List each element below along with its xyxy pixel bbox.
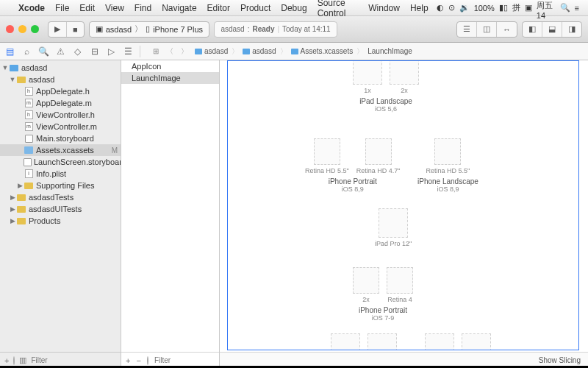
image-slot[interactable]: 2x — [368, 333, 397, 350]
disclosure-triangle-icon[interactable]: ▶ — [9, 194, 16, 201]
ime-indicator[interactable]: 拼 — [512, 2, 520, 13]
tree-file[interactable]: Assets.xcassetsM — [0, 144, 121, 156]
toggle-navigator-button[interactable]: ◧ — [523, 22, 542, 37]
remove-asset-button[interactable]: − — [136, 356, 140, 365]
related-items-button[interactable]: ⊞ — [149, 47, 162, 55]
tree-subgroup[interactable]: ▶ asdasdTests — [0, 191, 121, 203]
image-slot[interactable] — [379, 208, 408, 240]
navigator-filter-input[interactable] — [31, 356, 124, 364]
image-well[interactable] — [434, 138, 461, 165]
image-well[interactable] — [368, 333, 397, 350]
menu-edit[interactable]: Edit — [74, 3, 100, 13]
wifi-icon[interactable]: ⊙ — [448, 3, 455, 13]
menu-source-control[interactable]: Source Control — [312, 0, 364, 18]
tree-file[interactable]: hViewController.h — [0, 109, 121, 121]
toggle-debug-area-button[interactable]: ⬓ — [542, 22, 562, 37]
add-asset-button[interactable]: + — [126, 356, 130, 365]
fast-user-icon[interactable]: ◐ — [437, 3, 444, 13]
menu-find[interactable]: Find — [129, 3, 157, 13]
tree-file[interactable]: hAppDelegate.h — [0, 85, 121, 97]
image-well[interactable] — [387, 267, 413, 294]
crumb-launchimage[interactable]: LaunchImage — [365, 47, 415, 55]
minimize-window-button[interactable] — [18, 25, 26, 33]
image-slot[interactable]: 2x — [353, 267, 379, 303]
image-slot[interactable]: 1x — [353, 60, 382, 94]
breakpoint-navigator-tab[interactable]: ▷ — [106, 46, 117, 57]
notification-center-icon[interactable]: ≡ — [575, 4, 579, 13]
crumb-group[interactable]: asdasd — [240, 47, 279, 55]
disclosure-triangle-icon[interactable]: ▶ — [9, 205, 16, 213]
image-well[interactable] — [353, 267, 379, 294]
asset-item-launchimage[interactable]: LaunchImage — [121, 72, 219, 84]
menu-editor[interactable]: Editor — [202, 3, 235, 13]
image-slot[interactable]: Retina 4 — [387, 267, 413, 303]
test-navigator-tab[interactable]: ◇ — [72, 46, 83, 57]
report-navigator-tab[interactable]: ☰ — [123, 46, 134, 57]
find-navigator-tab[interactable]: 🔍 — [38, 46, 49, 57]
image-slot[interactable]: 1x — [331, 333, 360, 350]
image-slot[interactable]: 2x — [390, 60, 419, 94]
image-well[interactable] — [462, 333, 491, 350]
image-well[interactable] — [331, 333, 360, 350]
crumb-project[interactable]: asdasd — [192, 47, 231, 55]
menu-navigate[interactable]: Navigate — [157, 3, 201, 13]
tree-file[interactable]: mViewController.m — [0, 121, 121, 132]
standard-editor-button[interactable]: ☰ — [457, 22, 477, 37]
asset-item-appicon[interactable]: AppIcon — [121, 60, 219, 72]
image-slot[interactable]: Retina HD 5.5" — [426, 138, 470, 174]
disclosure-triangle-icon[interactable]: ▼ — [9, 76, 16, 83]
tree-file[interactable]: iInfo.plist — [0, 168, 121, 180]
volume-icon[interactable]: 🔉 — [459, 3, 470, 13]
close-window-button[interactable] — [6, 25, 14, 33]
image-slot[interactable]: Retina HD 5.5" — [305, 138, 349, 174]
issue-navigator-tab[interactable]: ⚠ — [55, 46, 66, 57]
run-button[interactable]: ▶ — [49, 22, 67, 37]
back-button[interactable]: 〈 — [162, 46, 177, 57]
menu-product[interactable]: Product — [235, 3, 276, 13]
tree-root[interactable]: ▼ asdasd — [0, 62, 121, 74]
tree-file[interactable]: LaunchScreen.storyboard — [0, 156, 121, 168]
image-slot[interactable]: 2x — [462, 333, 491, 350]
symbol-navigator-tab[interactable]: ⌕ — [21, 46, 32, 57]
disclosure-triangle-icon[interactable]: ▶ — [16, 182, 24, 189]
image-well[interactable] — [314, 138, 340, 165]
tree-file[interactable]: Main.storyboard — [0, 132, 121, 144]
project-navigator-tab[interactable]: ▤ — [4, 46, 15, 57]
forward-button[interactable]: 〉 — [177, 46, 192, 57]
menu-window[interactable]: Window — [363, 3, 405, 13]
tree-group[interactable]: ▼ asdasd — [0, 74, 121, 85]
toggle-utilities-button[interactable]: ◨ — [562, 22, 581, 37]
tree-file[interactable]: mAppDelegate.m — [0, 97, 121, 109]
assistant-editor-button[interactable]: ◫ — [477, 22, 497, 37]
tree-subgroup[interactable]: ▶ Supporting Files — [0, 180, 121, 191]
tree-subgroup[interactable]: ▶ asdasdUITests — [0, 203, 121, 215]
menu-file[interactable]: File — [50, 3, 74, 13]
menu-help[interactable]: Help — [405, 3, 434, 13]
stop-button[interactable]: ■ — [67, 22, 84, 37]
menu-debug[interactable]: Debug — [276, 3, 312, 13]
image-slot[interactable]: 1x — [425, 333, 454, 350]
tree-file-label: Main.storyboard — [36, 134, 94, 143]
tree-subgroup[interactable]: ▶ Products — [0, 215, 121, 227]
image-well[interactable] — [425, 333, 454, 350]
disclosure-triangle-icon[interactable]: ▼ — [1, 64, 9, 71]
image-well[interactable] — [353, 60, 382, 85]
airplay-icon[interactable]: ▣ — [525, 3, 532, 13]
recent-filter-button[interactable] — [13, 356, 15, 365]
zoom-window-button[interactable] — [31, 25, 39, 33]
version-editor-button[interactable]: ↔ — [497, 22, 517, 37]
add-button[interactable]: + — [4, 356, 9, 365]
spotlight-icon[interactable]: 🔍 — [560, 3, 570, 13]
image-slot[interactable]: Retina HD 4.7" — [356, 138, 401, 174]
scheme-selector[interactable]: ▣ asdasd 〉 ▯ iPhone 7 Plus — [89, 21, 209, 38]
crumb-assets[interactable]: Assets.xcassets — [288, 47, 356, 55]
debug-navigator-tab[interactable]: ⊟ — [89, 46, 100, 57]
image-well[interactable] — [390, 60, 419, 85]
menu-app[interactable]: Xcode — [13, 3, 50, 13]
show-slicing-button[interactable]: Show Slicing — [539, 356, 581, 364]
image-well[interactable] — [365, 138, 392, 165]
disclosure-triangle-icon[interactable]: ▶ — [9, 217, 16, 224]
menu-view[interactable]: View — [100, 3, 129, 13]
scm-filter-button[interactable]: ▥ — [19, 355, 26, 365]
image-well[interactable] — [379, 208, 408, 238]
